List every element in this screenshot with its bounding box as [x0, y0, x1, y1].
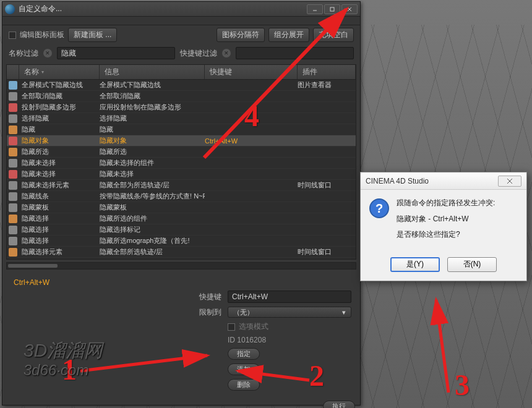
app-icon: [5, 4, 15, 14]
row-name: 隐藏选择元素: [19, 247, 100, 257]
menubar-strip: [2, 17, 360, 25]
row-info: 选择隐藏: [100, 114, 205, 123]
table-row[interactable]: 隐藏选择隐藏所选mograph克隆（首先!: [7, 236, 356, 247]
row-info: 隐藏未选择的组件: [100, 158, 205, 168]
group-expand-button[interactable]: 组分展开: [268, 28, 309, 42]
row-icon: [9, 203, 17, 212]
filter-row: 名称过滤 ✕ 快捷键过滤 ✕: [2, 45, 360, 62]
table-row[interactable]: 隐藏选择元素隐藏全部所选轨迹/层时间线窗口: [7, 247, 356, 258]
table-row[interactable]: 隐藏选择隐藏所选的组件: [7, 213, 356, 224]
row-icon: [9, 192, 17, 201]
row-info: 隐藏所选: [100, 147, 205, 156]
dialog-titlebar[interactable]: CINEMA 4D Studio: [361, 172, 526, 190]
row-icon: [9, 92, 17, 101]
chevron-down-icon: ▾: [342, 308, 346, 317]
icon-separator-button[interactable]: 图标分隔符: [217, 28, 265, 42]
row-icon: [9, 215, 17, 223]
table-row[interactable]: 隐藏选择隐藏选择标记: [7, 224, 356, 236]
row-icon: [9, 81, 17, 90]
row-name: 隐藏未选择: [19, 169, 100, 179]
table-row[interactable]: 隐藏锁定隐藏锁定: [7, 258, 356, 259]
dialog-title-text: CINEMA 4D Studio: [366, 177, 429, 185]
row-icon: [9, 248, 17, 257]
window-title: 自定义命令...: [19, 4, 62, 14]
table-row[interactable]: 选择隐藏选择隐藏: [7, 113, 356, 124]
option-mode-checkbox[interactable]: [228, 323, 235, 331]
horizontal-scrollbar[interactable]: [6, 262, 356, 270]
row-info: 全部取消隐藏: [100, 91, 205, 101]
restrict-dropdown[interactable]: （无）▾: [228, 307, 351, 318]
clear-shortcut-filter[interactable]: ✕: [222, 49, 231, 57]
toolbar-row: 编辑图标面板 新建面板 ... 图标分隔符 组分展开 充填空白: [2, 25, 360, 45]
delete-button[interactable]: 删除: [228, 379, 260, 391]
row-info: 全屏模式下隐藏边线: [100, 80, 205, 90]
clear-name-filter[interactable]: ✕: [43, 49, 52, 57]
maximize-button[interactable]: [324, 4, 340, 14]
dialog-close-button[interactable]: [498, 176, 521, 187]
minimize-button[interactable]: [307, 4, 323, 14]
table-row[interactable]: 隐藏线条按带隐藏线条/等参线的方式查! N~F: [7, 191, 356, 202]
shortcut-filter-input[interactable]: [236, 47, 354, 59]
new-panel-button[interactable]: 新建面板 ...: [68, 28, 117, 42]
edit-icon-panel-checkbox[interactable]: [9, 32, 16, 39]
row-name: 隐藏蒙板: [19, 203, 100, 212]
table-header: 名称▾ 信息 快捷键 插件: [7, 65, 356, 80]
row-icon: [9, 114, 17, 123]
row-icon: [9, 181, 17, 190]
execute-button[interactable]: 执行: [323, 401, 355, 408]
row-name: 隐藏所选: [19, 147, 100, 156]
name-filter-label: 名称过滤: [9, 48, 38, 59]
row-name: 选择隐藏: [19, 114, 100, 123]
close-icon: [506, 178, 513, 184]
sort-icon: ▾: [41, 69, 44, 75]
row-plugin: 图片查看器: [298, 80, 356, 90]
table-row[interactable]: 隐藏蒙板隐藏蒙板: [7, 202, 356, 213]
row-name: 隐藏选择: [19, 236, 100, 245]
row-name: 隐藏选择: [19, 225, 100, 234]
question-icon: ?: [369, 198, 389, 218]
fill-blank-button[interactable]: 充填空白: [313, 28, 354, 42]
shortcut-input[interactable]: [228, 291, 351, 303]
row-name: 隐藏: [19, 125, 100, 134]
table-row[interactable]: 全屏模式下隐藏边线全屏模式下隐藏边线图片查看器: [7, 80, 356, 91]
table-row[interactable]: 全部取消隐藏全部取消隐藏: [7, 91, 356, 102]
name-filter-input[interactable]: [57, 47, 175, 59]
table-row[interactable]: 隐藏未选择隐藏未选择: [7, 169, 356, 180]
row-info: 隐藏未选择: [100, 169, 205, 179]
add-button[interactable]: 添加: [228, 363, 260, 375]
row-icon: [9, 170, 17, 179]
shortcut-label: 快捷键: [184, 292, 221, 302]
customize-commands-window: 自定义命令... 编辑图标面板 新建面板 ... 图标分隔符 组分展开 充填空白…: [2, 1, 361, 406]
row-icon: [9, 237, 17, 245]
table-row[interactable]: 隐藏对象隐藏对象Ctrl+Alt+W: [7, 135, 356, 147]
row-name: 隐藏未选择元素: [19, 181, 100, 190]
dialog-message: 跟随命令的指定路径发生冲突: 隐藏对象 - Ctrl+Alt+W 是否移除这些指…: [397, 198, 495, 246]
table-row[interactable]: 投射到隐藏多边形应用投射绘制在隐藏多边形: [7, 102, 356, 113]
row-icon: [9, 103, 17, 112]
id-text: ID 1016208: [228, 336, 351, 344]
row-info: 隐藏所选的组件: [100, 214, 205, 223]
row-name: 隐藏线条: [19, 192, 100, 201]
table-row[interactable]: 隐藏所选隐藏所选: [7, 147, 356, 158]
dialog-no-button[interactable]: 否(N): [447, 257, 497, 272]
bottom-panel: Ctrl+Alt+W 快捷键 限制到 （无）▾ 选项模式 ID 1016208 …: [6, 273, 356, 394]
header-name[interactable]: 名称▾: [19, 65, 100, 79]
row-info: 按带隐藏线条/等参线的方式查! N~F: [100, 192, 205, 201]
header-shortcut[interactable]: 快捷键: [205, 65, 298, 79]
dialog-yes-button[interactable]: 是(Y): [390, 257, 440, 272]
assign-button[interactable]: 指定: [228, 348, 260, 360]
header-info[interactable]: 信息: [100, 65, 205, 79]
edit-icon-panel-label: 编辑图标面板: [20, 30, 64, 40]
row-name: 隐藏选择: [19, 214, 100, 223]
header-plugin[interactable]: 插件: [298, 65, 356, 79]
table-row[interactable]: 隐藏未选择元素隐藏全部为所选轨迹/层时间线窗口: [7, 180, 356, 191]
table-row[interactable]: 隐藏隐藏: [7, 124, 356, 135]
conflict-dialog: CINEMA 4D Studio ? 跟随命令的指定路径发生冲突: 隐藏对象 -…: [360, 172, 527, 281]
close-button[interactable]: [341, 4, 358, 14]
row-name: 全部取消隐藏: [19, 91, 100, 101]
row-icon: [9, 125, 17, 134]
window-titlebar[interactable]: 自定义命令...: [2, 2, 360, 17]
table-row[interactable]: 隐藏未选择隐藏未选择的组件: [7, 158, 356, 169]
table-body: 全屏模式下隐藏边线全屏模式下隐藏边线图片查看器全部取消隐藏全部取消隐藏投射到隐藏…: [7, 80, 356, 259]
option-mode-label: 选项模式: [239, 321, 268, 332]
